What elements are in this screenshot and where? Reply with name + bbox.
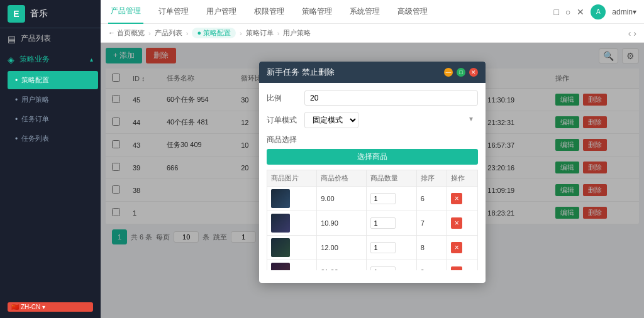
sidebar-item-product-list[interactable]: ▤ 产品列表 (0, 28, 101, 49)
product-row: 10.90 7 × (267, 211, 478, 236)
nav-item-advanced[interactable]: 高级管理 (395, 0, 430, 24)
minimize-icon[interactable]: □ (553, 7, 558, 17)
app-name: 音乐 (30, 8, 48, 19)
ratio-field-row: 比例 (267, 90, 478, 106)
ratio-input[interactable] (304, 90, 478, 106)
sidebar-item-task-list[interactable]: • 任务列表 (8, 129, 98, 148)
nav-items: 产品管理 订单管理 用户管理 权限管理 策略管理 系统管理 高级管理 (108, 0, 430, 24)
product-delete-btn[interactable]: × (451, 217, 462, 229)
chevron-up-icon: ▴ (90, 56, 93, 63)
product-delete-btn[interactable]: × (451, 193, 462, 204)
sidebar-label-user-strategy: 用户策略 (21, 95, 49, 104)
sidebar-item-user-strategy[interactable]: • 用户策略 (8, 90, 98, 109)
nav-right: □ ○ ✕ A admin▾ (553, 4, 636, 19)
col-product-img: 商品图片 (267, 170, 317, 187)
dot-icon-3: • (15, 115, 18, 124)
sidebar-section-products: ▤ 产品列表 (0, 28, 101, 49)
col-product-sort: 排序 (416, 170, 447, 187)
app-logo: E (8, 5, 25, 23)
products-section: 商品选择 选择商品 商品图片 商品价格 (267, 134, 478, 270)
top-navigation: 产品管理 订单管理 用户管理 权限管理 策略管理 系统管理 高级管理 □ ○ ✕… (101, 0, 644, 24)
nav-item-strategy[interactable]: 策略管理 (299, 0, 335, 24)
breadcrumb: ← 首页概览 › 产品列表 › ● 策略配置 › 策略订单 › 用户策略 ‹ › (101, 24, 644, 43)
product-thumbnail (271, 263, 290, 270)
strategy-icon: ◈ (8, 55, 14, 65)
edit-modal: 新手任务 禁止删除 — □ ✕ 比例 (259, 62, 486, 283)
product-price: 10.90 (317, 211, 367, 236)
logo-letter: E (13, 9, 19, 19)
sidebar: E 音乐 ▤ 产品列表 ◈ 策略业务 ▴ • 策略配 (0, 0, 101, 318)
nav-item-product[interactable]: 产品管理 (108, 0, 143, 24)
maximize-icon[interactable]: ○ (565, 7, 570, 17)
ratio-label: 比例 (267, 93, 304, 104)
language-selector[interactable]: 🇨🇳 ZH-CN ▾ (8, 302, 93, 312)
product-qty-input[interactable] (370, 217, 396, 229)
user-avatar: A (591, 4, 606, 19)
nav-item-user[interactable]: 用户管理 (204, 0, 239, 24)
product-qty-input[interactable] (370, 242, 396, 253)
product-thumbnail (271, 238, 290, 257)
product-sort: 8 (416, 236, 447, 260)
col-product-action: 操作 (447, 170, 478, 187)
breadcrumb-product-list[interactable]: 产品列表 (155, 28, 182, 38)
order-mode-select-wrapper: 固定模式 (304, 112, 478, 128)
modal-overlay: 新手任务 禁止删除 — □ ✕ 比例 (101, 43, 644, 318)
nav-item-order[interactable]: 订单管理 (156, 0, 191, 24)
breadcrumb-strategy-order[interactable]: 策略订单 (246, 28, 274, 38)
breadcrumb-strategy-config[interactable]: ● 策略配置 (192, 28, 236, 38)
product-delete-btn[interactable]: × (451, 242, 462, 253)
sidebar-item-task-order[interactable]: • 任务订单 (8, 110, 98, 128)
sidebar-footer: 🇨🇳 ZH-CN ▾ (0, 296, 101, 318)
product-qty-input[interactable] (370, 266, 396, 270)
modal-maximize-btn[interactable]: □ (457, 68, 465, 77)
sidebar-sub-menu: • 策略配置 • 用户策略 • 任务订单 • 任务列表 (0, 71, 101, 148)
sidebar-section-strategy: ◈ 策略业务 ▴ • 策略配置 • 用户策略 • 任务订单 (0, 49, 101, 148)
product-qty-input[interactable] (370, 193, 396, 204)
modal-controls: — □ ✕ (444, 68, 478, 77)
product-row: 12.00 8 × (267, 236, 478, 260)
breadcrumb-home[interactable]: ← 首页概览 (108, 28, 145, 38)
product-list-icon: ▤ (8, 34, 16, 44)
order-mode-select[interactable]: 固定模式 (304, 112, 358, 128)
order-mode-field-row: 订单模式 固定模式 (267, 112, 478, 128)
col-product-price: 商品价格 (317, 170, 367, 187)
product-table: 商品图片 商品价格 商品数量 排序 操作 (267, 170, 478, 270)
next-icon[interactable]: › (633, 28, 636, 38)
sidebar-label-task-order: 任务订单 (21, 114, 49, 124)
product-sort: 6 (416, 187, 447, 211)
product-price: 21.00 (317, 260, 367, 271)
modal-minimize-btn[interactable]: — (444, 68, 453, 77)
products-label-text: 商品选择 (267, 134, 297, 145)
close-icon[interactable]: ✕ (577, 7, 584, 17)
product-delete-btn[interactable]: × (451, 266, 462, 270)
nav-item-system[interactable]: 系统管理 (347, 0, 382, 24)
product-thumbnail (271, 214, 290, 233)
sidebar-label-product-list: 产品列表 (21, 33, 51, 44)
col-product-qty: 商品数量 (367, 170, 416, 187)
breadcrumb-user-strategy[interactable]: 用户策略 (283, 28, 311, 38)
order-mode-label: 订单模式 (267, 115, 304, 126)
sidebar-item-strategy-business[interactable]: ◈ 策略业务 ▴ (0, 49, 101, 70)
user-name[interactable]: admin▾ (612, 8, 636, 16)
lang-label: ZH-CN (21, 304, 40, 310)
dot-icon: • (15, 76, 18, 85)
sidebar-item-strategy-config[interactable]: • 策略配置 (8, 71, 98, 89)
product-sort: 9 (416, 260, 447, 271)
product-thumbnail (271, 189, 290, 208)
sidebar-label-strategy-config: 策略配置 (21, 75, 49, 85)
modal-header: 新手任务 禁止删除 — □ ✕ (259, 62, 486, 83)
chevron-down-icon: ▾ (42, 304, 45, 310)
prev-icon[interactable]: ‹ (628, 28, 631, 38)
select-product-btn[interactable]: 选择商品 (267, 149, 478, 165)
page-content: + 添加 删除 🔍 ⚙ ID ↕ 任务名称 循环比例 (101, 43, 644, 318)
product-row: 9.00 6 × (267, 187, 478, 211)
main-content: 产品管理 订单管理 用户管理 权限管理 策略管理 系统管理 高级管理 □ ○ ✕… (101, 0, 644, 318)
modal-title: 新手任务 禁止删除 (267, 67, 335, 78)
modal-close-btn[interactable]: ✕ (469, 68, 478, 77)
flag-icon: 🇨🇳 (11, 304, 19, 310)
sidebar-menu: ▤ 产品列表 ◈ 策略业务 ▴ • 策略配置 • 用户策略 (0, 28, 101, 296)
breadcrumb-nav: ‹ › (628, 28, 636, 38)
nav-item-permission[interactable]: 权限管理 (252, 0, 287, 24)
product-table-container: 商品图片 商品价格 商品数量 排序 操作 (267, 170, 478, 270)
products-label: 商品选择 (267, 134, 478, 145)
